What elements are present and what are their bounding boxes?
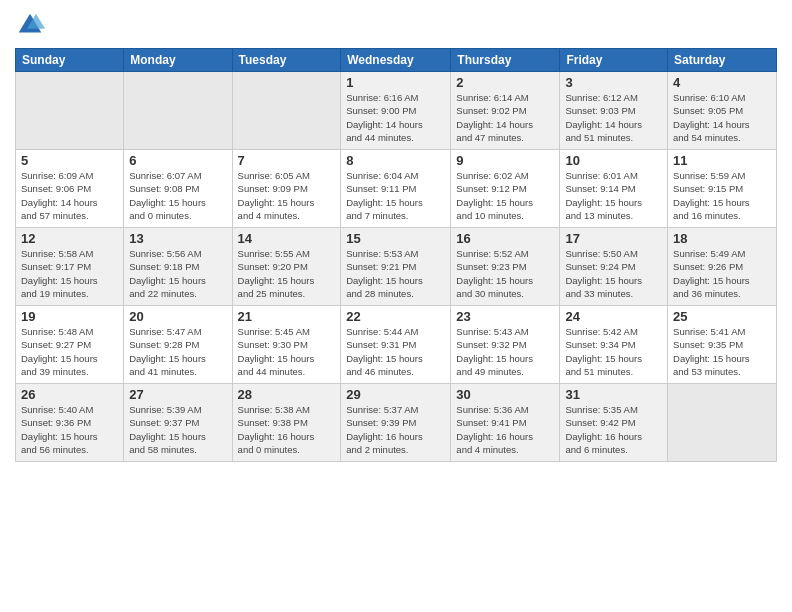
day-number: 5 <box>21 153 118 168</box>
day-info: Sunrise: 5:47 AM Sunset: 9:28 PM Dayligh… <box>129 325 226 378</box>
calendar-cell: 17Sunrise: 5:50 AM Sunset: 9:24 PM Dayli… <box>560 228 668 306</box>
day-number: 23 <box>456 309 554 324</box>
calendar-cell: 12Sunrise: 5:58 AM Sunset: 9:17 PM Dayli… <box>16 228 124 306</box>
day-info: Sunrise: 5:52 AM Sunset: 9:23 PM Dayligh… <box>456 247 554 300</box>
calendar-cell: 22Sunrise: 5:44 AM Sunset: 9:31 PM Dayli… <box>341 306 451 384</box>
calendar-cell: 21Sunrise: 5:45 AM Sunset: 9:30 PM Dayli… <box>232 306 341 384</box>
calendar-cell: 3Sunrise: 6:12 AM Sunset: 9:03 PM Daylig… <box>560 72 668 150</box>
day-number: 17 <box>565 231 662 246</box>
calendar-cell: 4Sunrise: 6:10 AM Sunset: 9:05 PM Daylig… <box>668 72 777 150</box>
day-number: 12 <box>21 231 118 246</box>
day-info: Sunrise: 6:02 AM Sunset: 9:12 PM Dayligh… <box>456 169 554 222</box>
day-number: 16 <box>456 231 554 246</box>
day-info: Sunrise: 6:05 AM Sunset: 9:09 PM Dayligh… <box>238 169 336 222</box>
day-info: Sunrise: 6:01 AM Sunset: 9:14 PM Dayligh… <box>565 169 662 222</box>
day-number: 31 <box>565 387 662 402</box>
calendar-week-row: 26Sunrise: 5:40 AM Sunset: 9:36 PM Dayli… <box>16 384 777 462</box>
day-number: 29 <box>346 387 445 402</box>
day-info: Sunrise: 5:59 AM Sunset: 9:15 PM Dayligh… <box>673 169 771 222</box>
calendar-cell: 30Sunrise: 5:36 AM Sunset: 9:41 PM Dayli… <box>451 384 560 462</box>
page: SundayMondayTuesdayWednesdayThursdayFrid… <box>0 0 792 612</box>
header <box>15 10 777 40</box>
logo <box>15 10 49 40</box>
day-info: Sunrise: 5:38 AM Sunset: 9:38 PM Dayligh… <box>238 403 336 456</box>
day-number: 3 <box>565 75 662 90</box>
calendar-cell: 19Sunrise: 5:48 AM Sunset: 9:27 PM Dayli… <box>16 306 124 384</box>
day-info: Sunrise: 5:49 AM Sunset: 9:26 PM Dayligh… <box>673 247 771 300</box>
calendar-cell: 28Sunrise: 5:38 AM Sunset: 9:38 PM Dayli… <box>232 384 341 462</box>
day-number: 19 <box>21 309 118 324</box>
day-number: 8 <box>346 153 445 168</box>
day-number: 11 <box>673 153 771 168</box>
calendar-cell <box>232 72 341 150</box>
day-number: 22 <box>346 309 445 324</box>
calendar-cell: 27Sunrise: 5:39 AM Sunset: 9:37 PM Dayli… <box>124 384 232 462</box>
day-info: Sunrise: 6:07 AM Sunset: 9:08 PM Dayligh… <box>129 169 226 222</box>
day-number: 13 <box>129 231 226 246</box>
day-number: 18 <box>673 231 771 246</box>
day-number: 24 <box>565 309 662 324</box>
calendar-cell: 23Sunrise: 5:43 AM Sunset: 9:32 PM Dayli… <box>451 306 560 384</box>
day-number: 1 <box>346 75 445 90</box>
day-info: Sunrise: 5:56 AM Sunset: 9:18 PM Dayligh… <box>129 247 226 300</box>
weekday-header: Wednesday <box>341 49 451 72</box>
calendar-cell: 1Sunrise: 6:16 AM Sunset: 9:00 PM Daylig… <box>341 72 451 150</box>
weekday-header: Thursday <box>451 49 560 72</box>
day-number: 15 <box>346 231 445 246</box>
day-number: 21 <box>238 309 336 324</box>
calendar-week-row: 5Sunrise: 6:09 AM Sunset: 9:06 PM Daylig… <box>16 150 777 228</box>
day-info: Sunrise: 5:58 AM Sunset: 9:17 PM Dayligh… <box>21 247 118 300</box>
day-info: Sunrise: 6:16 AM Sunset: 9:00 PM Dayligh… <box>346 91 445 144</box>
calendar-cell: 24Sunrise: 5:42 AM Sunset: 9:34 PM Dayli… <box>560 306 668 384</box>
day-info: Sunrise: 6:12 AM Sunset: 9:03 PM Dayligh… <box>565 91 662 144</box>
day-number: 9 <box>456 153 554 168</box>
day-info: Sunrise: 5:39 AM Sunset: 9:37 PM Dayligh… <box>129 403 226 456</box>
day-number: 6 <box>129 153 226 168</box>
calendar-cell: 11Sunrise: 5:59 AM Sunset: 9:15 PM Dayli… <box>668 150 777 228</box>
calendar-cell: 18Sunrise: 5:49 AM Sunset: 9:26 PM Dayli… <box>668 228 777 306</box>
calendar-week-row: 19Sunrise: 5:48 AM Sunset: 9:27 PM Dayli… <box>16 306 777 384</box>
calendar-cell: 16Sunrise: 5:52 AM Sunset: 9:23 PM Dayli… <box>451 228 560 306</box>
day-info: Sunrise: 5:36 AM Sunset: 9:41 PM Dayligh… <box>456 403 554 456</box>
day-number: 20 <box>129 309 226 324</box>
logo-icon <box>15 10 45 40</box>
day-info: Sunrise: 6:10 AM Sunset: 9:05 PM Dayligh… <box>673 91 771 144</box>
weekday-row: SundayMondayTuesdayWednesdayThursdayFrid… <box>16 49 777 72</box>
calendar-cell: 29Sunrise: 5:37 AM Sunset: 9:39 PM Dayli… <box>341 384 451 462</box>
day-info: Sunrise: 5:48 AM Sunset: 9:27 PM Dayligh… <box>21 325 118 378</box>
calendar-cell: 7Sunrise: 6:05 AM Sunset: 9:09 PM Daylig… <box>232 150 341 228</box>
calendar-cell: 8Sunrise: 6:04 AM Sunset: 9:11 PM Daylig… <box>341 150 451 228</box>
day-info: Sunrise: 5:45 AM Sunset: 9:30 PM Dayligh… <box>238 325 336 378</box>
day-info: Sunrise: 5:40 AM Sunset: 9:36 PM Dayligh… <box>21 403 118 456</box>
calendar-cell: 5Sunrise: 6:09 AM Sunset: 9:06 PM Daylig… <box>16 150 124 228</box>
day-info: Sunrise: 5:41 AM Sunset: 9:35 PM Dayligh… <box>673 325 771 378</box>
day-info: Sunrise: 5:35 AM Sunset: 9:42 PM Dayligh… <box>565 403 662 456</box>
calendar: SundayMondayTuesdayWednesdayThursdayFrid… <box>15 48 777 462</box>
calendar-cell: 26Sunrise: 5:40 AM Sunset: 9:36 PM Dayli… <box>16 384 124 462</box>
day-info: Sunrise: 6:14 AM Sunset: 9:02 PM Dayligh… <box>456 91 554 144</box>
day-number: 2 <box>456 75 554 90</box>
calendar-cell: 2Sunrise: 6:14 AM Sunset: 9:02 PM Daylig… <box>451 72 560 150</box>
calendar-cell: 14Sunrise: 5:55 AM Sunset: 9:20 PM Dayli… <box>232 228 341 306</box>
day-info: Sunrise: 5:42 AM Sunset: 9:34 PM Dayligh… <box>565 325 662 378</box>
calendar-cell <box>668 384 777 462</box>
calendar-cell: 10Sunrise: 6:01 AM Sunset: 9:14 PM Dayli… <box>560 150 668 228</box>
day-info: Sunrise: 5:37 AM Sunset: 9:39 PM Dayligh… <box>346 403 445 456</box>
day-number: 28 <box>238 387 336 402</box>
day-number: 25 <box>673 309 771 324</box>
calendar-cell: 13Sunrise: 5:56 AM Sunset: 9:18 PM Dayli… <box>124 228 232 306</box>
calendar-header: SundayMondayTuesdayWednesdayThursdayFrid… <box>16 49 777 72</box>
day-info: Sunrise: 5:43 AM Sunset: 9:32 PM Dayligh… <box>456 325 554 378</box>
weekday-header: Monday <box>124 49 232 72</box>
day-number: 10 <box>565 153 662 168</box>
day-info: Sunrise: 6:04 AM Sunset: 9:11 PM Dayligh… <box>346 169 445 222</box>
calendar-cell <box>16 72 124 150</box>
weekday-header: Saturday <box>668 49 777 72</box>
weekday-header: Friday <box>560 49 668 72</box>
calendar-cell: 6Sunrise: 6:07 AM Sunset: 9:08 PM Daylig… <box>124 150 232 228</box>
calendar-cell: 25Sunrise: 5:41 AM Sunset: 9:35 PM Dayli… <box>668 306 777 384</box>
calendar-cell: 31Sunrise: 5:35 AM Sunset: 9:42 PM Dayli… <box>560 384 668 462</box>
day-info: Sunrise: 5:55 AM Sunset: 9:20 PM Dayligh… <box>238 247 336 300</box>
calendar-week-row: 1Sunrise: 6:16 AM Sunset: 9:00 PM Daylig… <box>16 72 777 150</box>
calendar-body: 1Sunrise: 6:16 AM Sunset: 9:00 PM Daylig… <box>16 72 777 462</box>
